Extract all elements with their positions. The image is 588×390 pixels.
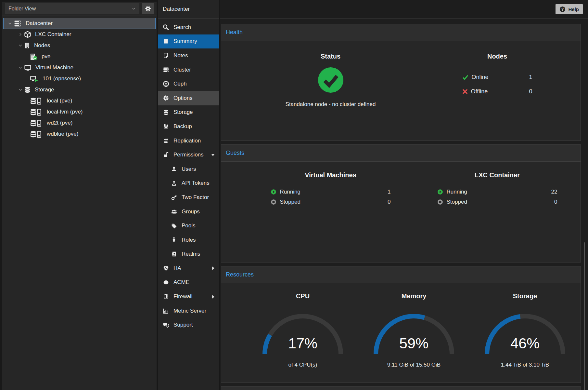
nodes-online-label: Online	[472, 74, 529, 81]
help-button[interactable]: ? Help	[556, 4, 583, 14]
chevron-down-icon[interactable]	[8, 21, 13, 26]
resource-tree-sidebar: Folder View	[0, 0, 158, 390]
memory-gauge-column: Memory 59% 9.11 GiB of 15.50 GiB	[358, 283, 469, 383]
stop-circle-icon	[271, 199, 276, 205]
nodes-offline-row: Offline 0	[462, 84, 532, 99]
view-selector-value: Folder View	[8, 6, 36, 12]
chevron-down-icon[interactable]	[19, 88, 24, 92]
nav-item-acme[interactable]: ACME	[158, 276, 219, 290]
nav-item-users[interactable]: Users	[158, 162, 219, 176]
storage-percent: 46%	[483, 335, 567, 352]
cluster-icon	[162, 67, 169, 73]
caret-right-icon	[212, 295, 215, 299]
lxc-stopped-label: Stopped	[447, 199, 555, 205]
tree-item-storage-wdblue[interactable]: wdblue (pve)	[3, 128, 156, 140]
nav-item-notes[interactable]: Notes	[158, 48, 219, 63]
nav-item-support[interactable]: Support	[158, 318, 219, 332]
database-icon	[24, 86, 31, 93]
search-icon	[162, 24, 169, 30]
nav-item-label: API Tokens	[182, 180, 210, 186]
nav-item-two-factor[interactable]: Two Factor	[158, 190, 219, 205]
resources-panel-body: CPU 17% of 4 CPU(s) Memory	[221, 283, 581, 383]
nav-item-label: Search	[173, 24, 191, 31]
nav-item-ceph[interactable]: Ceph	[158, 77, 219, 91]
vm-heading: Virtual Machines	[305, 171, 356, 179]
nav-item-label: HA	[173, 265, 181, 272]
nav-item-search[interactable]: Search	[158, 20, 219, 34]
health-panel-header[interactable]: Health	[221, 24, 581, 41]
lxc-stopped-row: Stopped 0	[437, 197, 557, 207]
vm-running-value: 1	[388, 189, 390, 195]
gear-icon	[145, 6, 151, 12]
nav-item-api-tokens[interactable]: API Tokens	[158, 176, 219, 191]
nav-item-metric-server[interactable]: Metric Server	[158, 304, 219, 318]
users-icon	[171, 209, 177, 214]
nav-item-label: Pools	[182, 222, 196, 229]
nav-item-label: Two Factor	[182, 194, 209, 201]
question-circle-icon: ?	[559, 6, 566, 12]
memory-heading: Memory	[402, 292, 427, 300]
user-outline-icon	[171, 181, 177, 186]
resources-panel-title: Resources	[226, 271, 254, 278]
nav-item-storage[interactable]: Storage	[158, 105, 219, 120]
chevron-down-icon[interactable]	[19, 44, 24, 47]
vm-stopped-row: Stopped 0	[271, 197, 391, 207]
nav-item-roles[interactable]: Roles	[158, 233, 219, 247]
nav-item-cluster[interactable]: Cluster	[158, 63, 219, 77]
help-button-label: Help	[568, 7, 579, 12]
view-selector[interactable]: Folder View	[5, 3, 139, 14]
vertical-scrollbar[interactable]	[584, 242, 585, 390]
lxc-running-label: Running	[447, 189, 551, 195]
lxc-running-row: Running 22	[437, 187, 557, 197]
nav-list: Search Summary Notes Cluster	[158, 19, 219, 332]
tree-item-lxc-container[interactable]: LXC Container	[3, 29, 156, 40]
status-check-icon	[318, 67, 343, 93]
tree-item-virtual-machine[interactable]: Virtual Machine	[3, 62, 156, 73]
storage-gauge: 46%	[483, 311, 567, 356]
play-circle-icon	[271, 189, 276, 195]
tree-item-storage-local-lvm[interactable]: local-lvm (pve)	[3, 106, 156, 117]
tree-item-label: wdblue (pve)	[47, 131, 78, 137]
nav-item-realms[interactable]: Realms	[158, 247, 219, 262]
tree-item-storage[interactable]: Storage	[3, 84, 156, 95]
tree-item-storage-local[interactable]: local (pve)	[3, 95, 156, 106]
nav-item-backup[interactable]: Backup	[158, 119, 219, 134]
health-panel: Health Status Standalone node - no clust…	[221, 24, 581, 141]
resources-panel-header[interactable]: Resources	[221, 266, 581, 283]
nav-panel-title: Datacenter	[158, 0, 219, 19]
tree-settings-button[interactable]	[142, 3, 154, 14]
tree-item-datacenter[interactable]: Datacenter	[3, 18, 156, 29]
guests-panel-header[interactable]: Guests	[221, 145, 581, 162]
nav-item-groups[interactable]: Groups	[158, 205, 219, 219]
tree-item-label: LXC Container	[35, 31, 71, 38]
tree-item-label: Virtual Machine	[35, 64, 73, 71]
tree-item-storage-wd2t[interactable]: wd2t (pve)	[3, 117, 156, 128]
caret-down-icon	[211, 154, 215, 156]
svg-text:?: ?	[561, 7, 564, 11]
nav-item-ha[interactable]: HA	[158, 261, 219, 276]
tree-item-label: wd2t (pve)	[47, 120, 72, 126]
stop-circle-icon	[437, 199, 443, 205]
building-check-icon	[30, 53, 38, 61]
nav-item-summary[interactable]: Summary	[158, 34, 219, 49]
nav-item-label: Metric Server	[173, 308, 206, 314]
nav-item-options[interactable]: Options	[158, 91, 219, 105]
tree-item-nodes[interactable]: Nodes	[3, 40, 156, 51]
nav-item-pools[interactable]: Pools	[158, 219, 219, 233]
chevron-right-icon[interactable]	[19, 33, 24, 36]
nav-item-label: Replication	[173, 138, 201, 144]
nav-item-replication[interactable]: Replication	[158, 134, 219, 148]
nav-item-firewall[interactable]: Firewall	[158, 289, 219, 304]
server-icon	[13, 20, 22, 27]
heartbeat-icon	[162, 265, 169, 271]
nav-item-permissions[interactable]: Permissions	[158, 148, 219, 162]
tree-item-pve[interactable]: pve	[3, 51, 156, 62]
tree-item-label: local-lvm (pve)	[47, 109, 83, 115]
tree-item-vm-101[interactable]: 101 (opnsense)	[3, 73, 156, 84]
user-icon	[171, 166, 177, 172]
chevron-down-icon[interactable]	[19, 66, 24, 70]
book-icon	[162, 38, 169, 45]
vm-stopped-label: Stopped	[280, 199, 388, 205]
nav-item-label: Roles	[182, 237, 196, 243]
cpu-heading: CPU	[296, 292, 310, 300]
